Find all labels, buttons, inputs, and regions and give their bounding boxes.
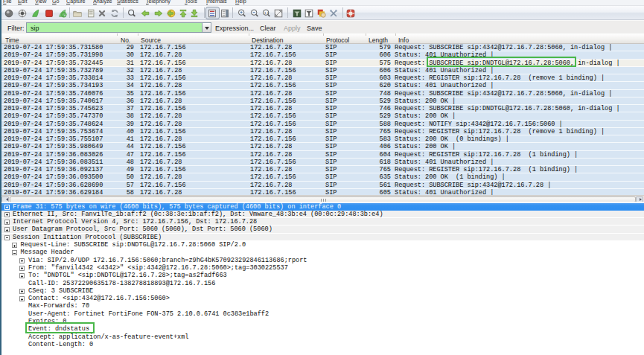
svg-text:1:1: 1:1 bbox=[264, 11, 270, 15]
